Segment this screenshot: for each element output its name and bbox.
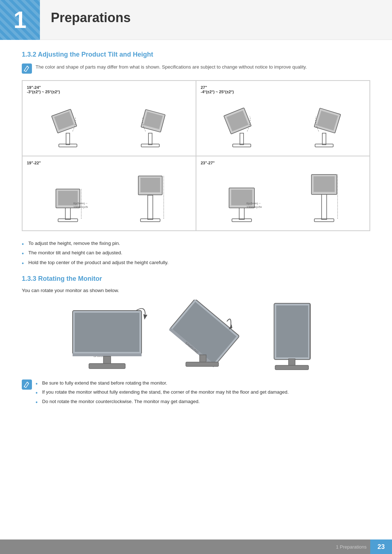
- pencil-icon-133: [24, 381, 30, 388]
- svg-rect-1: [59, 144, 77, 147]
- rotation-diagram-tilting: SAMSUNG: [160, 300, 247, 372]
- svg-rect-30: [239, 207, 244, 219]
- page-title: Preparations: [51, 10, 131, 25]
- svg-rect-9: [233, 144, 251, 147]
- note-bullet-133-1: If you rotate the monitor without fully …: [36, 389, 289, 396]
- note-bullets-133: Be sure to fully extend the stand before…: [22, 379, 370, 407]
- svg-rect-2: [66, 133, 70, 145]
- chapter-block: 1: [0, 0, 40, 40]
- note-icon-132: [22, 63, 32, 74]
- svg-rect-52: [186, 362, 219, 366]
- note-bullet-133-0: Be sure to fully extend the stand before…: [36, 379, 289, 387]
- svg-rect-27: [140, 178, 160, 192]
- svg-rect-6: [148, 133, 152, 145]
- monitor-tilt-fwd-1924: [130, 97, 170, 151]
- monitor-high-2327: [304, 168, 344, 226]
- monitor-tilting-svg: SAMSUNG: [160, 300, 247, 372]
- section-133-desc: You can rotate your monitor as shown bel…: [22, 288, 370, 293]
- svg-rect-25: [148, 195, 153, 219]
- monitor-tilt-back-27: [222, 97, 262, 151]
- svg-rect-29: [232, 219, 252, 222]
- note-box-132: The color and shape of parts may differ …: [22, 63, 370, 74]
- svg-rect-18: [65, 207, 70, 219]
- diagram-content-27: [201, 97, 365, 151]
- svg-rect-58: [275, 365, 309, 370]
- svg-rect-55: [276, 305, 308, 357]
- svg-rect-41: [75, 313, 139, 352]
- monitor-low-1922: 0(±5mm) ~ 100mm(±5mm): [48, 168, 88, 226]
- footer-page-number: 23: [370, 539, 392, 554]
- svg-rect-51: [200, 355, 206, 363]
- footer-text: 1 Preparations: [336, 544, 367, 550]
- rotation-diagram-landscape: SAMSUNG: [65, 300, 152, 372]
- rotation-diagram-portrait: [254, 300, 327, 372]
- svg-marker-53: [229, 324, 232, 329]
- svg-rect-38: [314, 176, 335, 192]
- section-133: 1.3.3 Rotating the Monitor You can rotat…: [22, 275, 370, 407]
- diagram-label-1924: 19"-24" -3°(±2°) ~ 25°(±2°): [27, 85, 191, 94]
- note-bullet-133-2: Do not rotate the monitor counterclockwi…: [36, 398, 289, 405]
- bullet-list-132: To adjust the height, remove the fixing …: [22, 240, 370, 266]
- diagram-cell-1922: 19"-22" 0(±5mm) ~ 100mm(±5mm): [22, 156, 196, 231]
- bullet-item-132-2: Hold the top center of the product and a…: [22, 259, 370, 266]
- svg-line-59: [27, 382, 29, 383]
- svg-text:130mm(±5mm): 130mm(±5mm): [246, 205, 262, 209]
- svg-rect-14: [322, 133, 326, 145]
- diagram-label-1922: 19"-22": [27, 161, 191, 165]
- svg-text:100mm(±5mm): 100mm(±5mm): [73, 205, 88, 209]
- diagram-cell-27: 27" -4°(±2°) ~ 25°(±2°): [196, 81, 370, 156]
- svg-line-0: [27, 66, 29, 67]
- svg-rect-36: [322, 194, 327, 219]
- svg-rect-24: [140, 219, 160, 222]
- svg-rect-10: [240, 133, 244, 145]
- section-132-heading: 1.3.2 Adjusting the Product Tilt and Hei…: [22, 51, 370, 58]
- diagram-cell-1924: 19"-24" -3°(±2°) ~ 25°(±2°): [22, 81, 196, 156]
- diagram-label-27: 27" -4°(±2°) ~ 25°(±2°): [201, 85, 365, 94]
- diagram-content-2327: 0(±5mm) ~ 130mm(±5mm): [201, 168, 365, 226]
- monitor-landscape-svg: SAMSUNG: [65, 300, 152, 372]
- note-icon-133: [22, 379, 32, 390]
- tilt-diagrams-grid: 19"-24" -3°(±2°) ~ 25°(±2°): [22, 80, 370, 231]
- svg-rect-57: [289, 359, 295, 366]
- svg-rect-44: [103, 356, 111, 364]
- monitor-tilt-fwd-27: [304, 97, 344, 151]
- note-text-132: The color and shape of parts may differ …: [36, 63, 307, 71]
- diagram-label-2327: 23"-27": [201, 161, 365, 165]
- svg-rect-35: [314, 219, 334, 222]
- svg-rect-13: [315, 144, 333, 147]
- pencil-icon: [24, 65, 30, 72]
- monitor-tilt-back-1924: [48, 97, 88, 151]
- svg-text:0(±5mm) ~: 0(±5mm) ~: [73, 202, 87, 205]
- svg-marker-46: [143, 314, 147, 320]
- header-pattern: [0, 0, 40, 40]
- monitor-high-1922: [130, 168, 170, 226]
- monitor-low-2327: 0(±5mm) ~ 130mm(±5mm): [222, 168, 262, 226]
- svg-text:0(±5mm) ~: 0(±5mm) ~: [246, 202, 261, 205]
- svg-rect-5: [141, 144, 159, 147]
- bullet-item-132-1: The monitor tilt and height can be adjus…: [22, 249, 370, 257]
- main-content: 1.3.2 Adjusting the Product Tilt and Hei…: [22, 47, 370, 414]
- svg-rect-43: [73, 353, 142, 356]
- svg-rect-45: [89, 364, 125, 369]
- bullet-item-132-0: To adjust the height, remove the fixing …: [22, 240, 370, 247]
- svg-rect-17: [58, 219, 78, 222]
- monitor-portrait-svg: [254, 300, 327, 372]
- footer: 1 Preparations 23: [0, 539, 392, 554]
- section-133-heading: 1.3.3 Rotating the Monitor: [22, 275, 370, 283]
- note-bullets-list-133: Be sure to fully extend the stand before…: [36, 379, 289, 407]
- svg-rect-48: [172, 302, 236, 364]
- svg-rect-56: [310, 303, 310, 360]
- diagram-content-1922: 0(±5mm) ~ 100mm(±5mm): [27, 168, 191, 226]
- rotation-diagrams: SAMSUNG: [22, 300, 370, 372]
- diagram-content-1924: [27, 97, 191, 151]
- diagram-cell-2327: 23"-27" 0(±5mm) ~ 130mm(±5mm): [196, 156, 370, 231]
